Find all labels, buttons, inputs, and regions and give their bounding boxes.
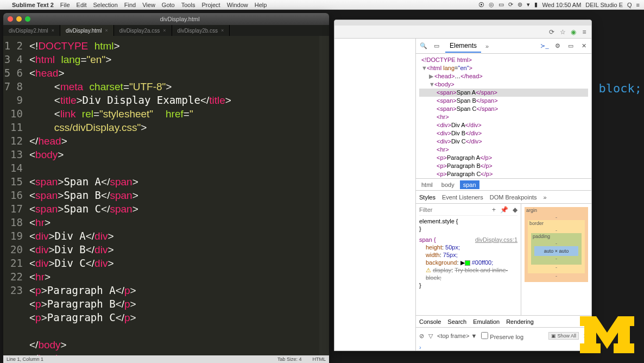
menubar-clock[interactable]: Wed 10:50 AM xyxy=(542,2,581,8)
dom-node[interactable]: <span>Span C</span> xyxy=(419,105,588,113)
tab-close-icon[interactable]: × xyxy=(221,28,224,33)
menu-project[interactable]: Project xyxy=(198,2,223,8)
new-rule-icon[interactable]: + xyxy=(492,206,496,214)
dom-node[interactable]: ▼<html lang="en"> xyxy=(419,64,588,72)
wifi-icon[interactable]: ⊚ xyxy=(517,1,522,8)
menubar-icon[interactable]: ⦿ xyxy=(478,2,484,8)
css-declaration[interactable]: height: 50px; xyxy=(419,243,517,251)
tab-close-icon[interactable]: × xyxy=(105,28,108,33)
dom-node[interactable]: <div>Div B</div> xyxy=(419,129,588,137)
gear-icon[interactable]: ⚙ xyxy=(553,42,562,51)
element-state-icon[interactable]: ◆ xyxy=(513,206,517,214)
tab-console[interactable]: Console xyxy=(419,318,441,325)
tab-elements[interactable]: Elements xyxy=(445,40,481,53)
tab-rendering[interactable]: Rendering xyxy=(506,318,534,325)
styles-filter-input[interactable] xyxy=(419,206,452,213)
menu-icon[interactable]: ≡ xyxy=(580,28,588,36)
menubar-icon[interactable]: ▭ xyxy=(498,1,504,8)
dom-tree[interactable]: <!DOCTYPE html>▼<html lang="en">▶<head>…… xyxy=(416,54,591,179)
sublime-window: divDisplay.html divDisplay2.html×divDisp… xyxy=(3,13,329,361)
show-all-button[interactable]: ▣ Show All xyxy=(548,332,579,340)
dom-node[interactable]: <p>Paragraph C</p> xyxy=(419,170,588,178)
tab-search[interactable]: Search xyxy=(447,318,466,325)
tab-close-icon[interactable]: × xyxy=(163,28,166,33)
rule-source-link[interactable]: divDisplay.css:1 xyxy=(475,236,517,243)
browser-tabstrip[interactable] xyxy=(334,20,591,26)
michigan-logo xyxy=(580,316,634,353)
clear-console-icon[interactable]: ⊘ xyxy=(419,333,424,340)
dom-node[interactable]: <div>Div A</div> xyxy=(419,121,588,129)
menu-find[interactable]: Find xyxy=(121,2,139,8)
minimap[interactable] xyxy=(319,36,329,361)
devtools-panel: 🔍 ▭ Elements » ≻_ ⚙ ▭ ✕ <!DOCTYPE html>▼… xyxy=(416,39,591,351)
console-prompt[interactable]: › xyxy=(416,344,591,351)
minimize-icon[interactable] xyxy=(16,16,22,22)
search-icon[interactable]: 🔍 xyxy=(419,42,428,51)
battery-icon[interactable]: ▮ xyxy=(534,1,538,8)
tab-close-icon[interactable]: × xyxy=(52,28,54,33)
menu-goto[interactable]: Goto xyxy=(159,2,178,8)
dom-node[interactable]: <p>Paragraph A</p> xyxy=(419,154,588,162)
tab-styles[interactable]: Styles xyxy=(419,194,435,201)
star-icon[interactable]: ☆ xyxy=(559,28,566,36)
tab-dom-breakpoints[interactable]: DOM Breakpoints xyxy=(490,194,537,201)
css-declaration[interactable]: ⚠ display: Try block and inline-block; xyxy=(419,266,517,281)
reload-icon[interactable]: ⟳ xyxy=(548,28,555,36)
dock-icon[interactable]: ▭ xyxy=(566,42,575,51)
breadcrumb-item[interactable]: body xyxy=(438,180,458,189)
editor-tab[interactable]: divDisplay2.html× xyxy=(3,25,60,36)
preserve-log-checkbox[interactable]: Preserve log xyxy=(481,332,523,340)
editor-tab[interactable]: divDisplay2a.css× xyxy=(114,25,172,36)
notifications-icon[interactable]: ≡ xyxy=(636,2,640,8)
box-model: argin- border- padding- auto × auto - - … xyxy=(521,204,591,315)
breadcrumb-item[interactable]: span xyxy=(460,180,479,189)
more-tabs-icon[interactable]: » xyxy=(544,194,547,201)
menubar-icon[interactable]: ◎ xyxy=(489,1,494,8)
menu-window[interactable]: Window xyxy=(224,2,251,8)
menu-selection[interactable]: Selection xyxy=(90,2,121,8)
dom-node[interactable]: <!DOCTYPE html> xyxy=(419,56,588,64)
menu-tools[interactable]: Tools xyxy=(178,2,199,8)
dom-node[interactable]: ▶<head>…</head> xyxy=(419,72,588,80)
editor-tab[interactable]: divDisplay2b.css× xyxy=(172,25,230,36)
tab-event-listeners[interactable]: Event Listeners xyxy=(442,194,483,201)
dom-node[interactable]: ▼<body> xyxy=(419,80,588,89)
extension-icon[interactable]: ◉ xyxy=(570,28,577,36)
status-language[interactable]: HTML xyxy=(313,356,326,362)
console-toggle-icon[interactable]: ≻_ xyxy=(540,42,549,51)
code-editor[interactable]: <!DOCTYPE html> <html lang="en"> <head> … xyxy=(27,36,329,361)
breadcrumb-item[interactable]: html xyxy=(418,180,436,189)
styles-pane[interactable]: + 📌 ◆ element.style {} divDisplay.css:1 … xyxy=(416,204,521,315)
filter-icon[interactable]: ▽ xyxy=(428,333,433,340)
dom-node[interactable]: <hr> xyxy=(419,113,588,121)
spotlight-icon[interactable]: Q xyxy=(627,2,632,8)
breadcrumb[interactable]: htmlbodyspan xyxy=(416,179,591,191)
status-tabsize[interactable]: Tab Size: 4 xyxy=(277,356,302,362)
css-declaration[interactable]: background: ▶ #00ff00; xyxy=(419,259,517,266)
window-titlebar[interactable]: divDisplay.html xyxy=(3,13,329,25)
dom-node[interactable]: <p>Paragraph B</p> xyxy=(419,162,588,170)
app-name[interactable]: Sublime Text 2 xyxy=(9,2,57,8)
close-icon[interactable] xyxy=(8,16,13,22)
menubar-user[interactable]: DEIL Studio E xyxy=(585,2,623,8)
menu-edit[interactable]: Edit xyxy=(73,2,90,8)
dom-node[interactable]: <span>Span A</span> xyxy=(419,89,588,97)
pin-icon[interactable]: 📌 xyxy=(500,206,508,214)
tab-emulation[interactable]: Emulation xyxy=(473,318,500,325)
frame-selector[interactable]: <top frame> ▼ xyxy=(437,333,477,339)
menu-help[interactable]: Help xyxy=(251,2,270,8)
menu-file[interactable]: File xyxy=(57,2,73,8)
close-icon[interactable]: ✕ xyxy=(579,42,588,51)
menubar-icon[interactable]: ⟳ xyxy=(508,1,513,8)
dom-node[interactable]: <div>Div C</div> xyxy=(419,137,588,146)
device-icon[interactable]: ▭ xyxy=(432,42,441,51)
css-declaration[interactable]: width: 75px; xyxy=(419,251,517,259)
background-code-text: block; xyxy=(599,82,642,95)
editor-tab[interactable]: divDisplay.html× xyxy=(60,25,114,36)
more-tabs-icon[interactable]: » xyxy=(485,43,489,49)
zoom-icon[interactable] xyxy=(25,16,30,22)
menu-view[interactable]: View xyxy=(139,2,159,8)
volume-icon[interactable]: ▾ xyxy=(527,1,530,8)
dom-node[interactable]: <hr> xyxy=(419,146,588,154)
dom-node[interactable]: <span>Span B</span> xyxy=(419,97,588,105)
